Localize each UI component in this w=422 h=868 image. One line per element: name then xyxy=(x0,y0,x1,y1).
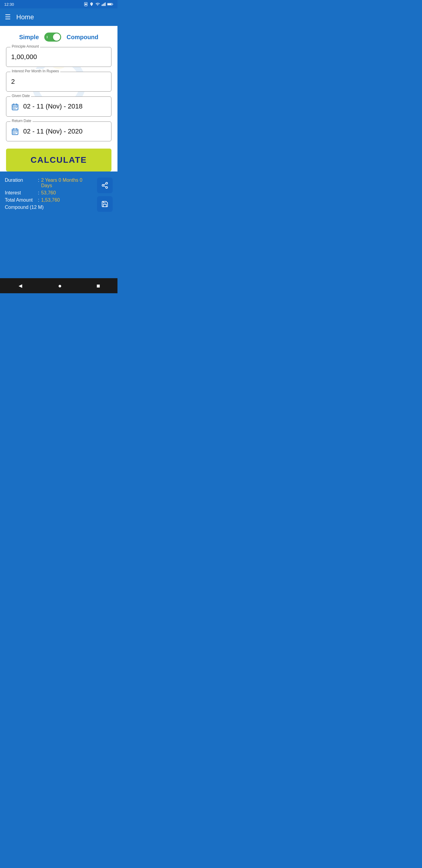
interest-colon: : xyxy=(38,190,39,195)
toggle-row: Simple I Compound xyxy=(0,26,118,47)
total-amount-label: Total Amount xyxy=(5,197,38,203)
svg-rect-15 xyxy=(13,107,13,107)
results-text: Duration : 2 Years 0 Months 0 Days Inter… xyxy=(5,178,93,210)
toggle-knob xyxy=(53,33,60,41)
simple-label: Simple xyxy=(19,34,39,41)
principle-amount-value[interactable]: 1,00,000 xyxy=(6,47,111,67)
svg-line-33 xyxy=(104,184,106,185)
location-icon xyxy=(90,2,94,6)
svg-rect-4 xyxy=(102,4,102,6)
svg-line-32 xyxy=(104,186,106,187)
share-icon xyxy=(101,182,108,189)
svg-rect-5 xyxy=(103,4,103,6)
svg-rect-26 xyxy=(16,132,17,132)
given-date-text: 02 - 11 (Nov) - 2018 xyxy=(23,102,83,110)
svg-point-30 xyxy=(102,184,104,186)
status-bar: 12:30 xyxy=(0,0,118,8)
duration-value: 2 Years 0 Months 0 Days xyxy=(41,178,93,188)
svg-rect-9 xyxy=(107,4,111,5)
status-time: 12:30 xyxy=(4,2,14,7)
interest-field[interactable]: Interest Per Month In Rupees 2 xyxy=(6,72,111,92)
svg-rect-17 xyxy=(16,107,17,107)
given-date-field[interactable]: Given Date 02 - 11 (Nov) - 2 xyxy=(6,96,111,117)
main-content: 5 Simple I Compound Principle Amount 1,0… xyxy=(0,26,118,172)
recent-button[interactable]: ■ xyxy=(96,282,100,289)
calculate-button[interactable]: CALCULATE xyxy=(6,149,111,172)
svg-rect-16 xyxy=(14,107,15,107)
svg-point-3 xyxy=(91,4,92,4)
nav-bar: ◄ ● ■ xyxy=(0,278,118,293)
share-button[interactable] xyxy=(97,178,112,193)
svg-point-31 xyxy=(106,187,107,188)
compound-label: Compound xyxy=(67,34,98,41)
back-button[interactable]: ◄ xyxy=(18,282,24,289)
return-date-value[interactable]: 02 - 11 (Nov) - 2020 xyxy=(6,122,111,141)
interest-result-label: Interest xyxy=(5,190,38,195)
app-bar: ☰ Home xyxy=(0,8,118,26)
menu-icon[interactable]: ☰ xyxy=(5,13,11,21)
bottom-filler xyxy=(0,218,118,278)
battery-icon xyxy=(107,2,113,6)
status-icons xyxy=(84,2,113,6)
svg-rect-27 xyxy=(13,133,13,134)
svg-rect-1 xyxy=(85,4,87,5)
svg-rect-19 xyxy=(14,108,15,109)
svg-rect-7 xyxy=(105,2,105,6)
compound-note: Compound (12 M) xyxy=(5,205,93,210)
principle-amount-label: Principle Amount xyxy=(10,44,40,49)
toggle-i-label: I xyxy=(47,35,47,39)
given-date-value[interactable]: 02 - 11 (Nov) - 2018 xyxy=(6,97,111,116)
return-date-label: Return Date xyxy=(10,119,33,123)
sim-icon xyxy=(84,2,88,6)
svg-rect-25 xyxy=(14,132,15,132)
form-section: Principle Amount 1,00,000 Interest Per M… xyxy=(0,47,118,146)
interest-result-value: 53,760 xyxy=(41,190,56,195)
interest-label: Interest Per Month In Rupees xyxy=(10,69,60,73)
given-date-calendar-icon xyxy=(11,102,19,111)
return-date-calendar-icon xyxy=(11,127,19,136)
duration-colon: : xyxy=(38,178,39,188)
svg-point-29 xyxy=(106,182,107,184)
home-button[interactable]: ● xyxy=(58,282,62,289)
interest-line: Interest : 53,760 xyxy=(5,190,93,195)
action-buttons xyxy=(97,178,112,212)
total-amount-value: 1,53,760 xyxy=(41,197,60,203)
return-date-text: 02 - 11 (Nov) - 2020 xyxy=(23,127,83,135)
svg-rect-10 xyxy=(112,4,113,5)
svg-rect-18 xyxy=(13,108,13,109)
principle-amount-field[interactable]: Principle Amount 1,00,000 xyxy=(6,47,111,67)
given-date-label: Given Date xyxy=(10,94,31,98)
duration-line: Duration : 2 Years 0 Months 0 Days xyxy=(5,178,93,188)
compound-toggle[interactable]: I xyxy=(44,33,61,41)
results-section: Duration : 2 Years 0 Months 0 Days Inter… xyxy=(0,172,118,218)
total-amount-colon: : xyxy=(38,197,39,203)
total-amount-line: Total Amount : 1,53,760 xyxy=(5,197,93,203)
interest-value[interactable]: 2 xyxy=(6,72,111,91)
svg-rect-6 xyxy=(104,3,104,6)
signal-icon xyxy=(101,2,106,6)
duration-label: Duration xyxy=(5,178,38,188)
svg-rect-24 xyxy=(13,132,13,132)
save-button[interactable] xyxy=(97,196,112,212)
save-icon xyxy=(101,200,108,208)
wifi-icon xyxy=(95,2,100,6)
return-date-field[interactable]: Return Date 02 - 11 (Nov) - xyxy=(6,121,111,142)
svg-rect-28 xyxy=(14,133,15,134)
app-title: Home xyxy=(16,13,34,21)
